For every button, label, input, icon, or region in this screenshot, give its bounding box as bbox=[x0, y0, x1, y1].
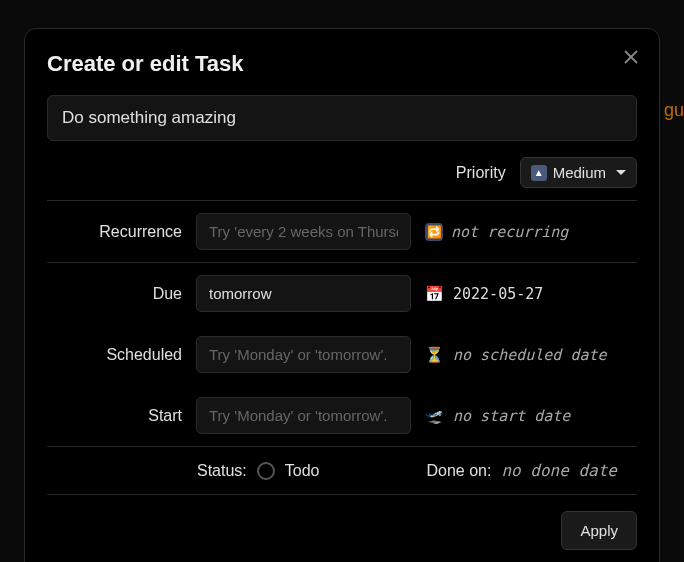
recurrence-hint-text: not recurring bbox=[451, 223, 568, 241]
priority-value: Medium bbox=[553, 164, 606, 181]
task-description-input[interactable] bbox=[47, 95, 637, 141]
scheduled-row: Scheduled ⏳ no scheduled date bbox=[47, 324, 637, 385]
recurrence-row: Recurrence 🔁 not recurring bbox=[47, 201, 637, 262]
status-row: Status: Todo Done on: no done date bbox=[47, 447, 637, 494]
modal-title: Create or edit Task bbox=[47, 51, 637, 77]
due-row: Due 📅 2022-05-27 bbox=[47, 263, 637, 324]
priority-label: Priority bbox=[456, 164, 506, 182]
scheduled-hint: ⏳ no scheduled date bbox=[425, 346, 637, 364]
scheduled-input[interactable] bbox=[196, 336, 411, 373]
recurrence-icon: 🔁 bbox=[425, 223, 443, 241]
priority-row: Priority ▲ Medium bbox=[47, 157, 637, 188]
due-hint-text: 2022-05-27 bbox=[453, 285, 543, 303]
recurrence-label: Recurrence bbox=[47, 223, 182, 241]
start-label: Start bbox=[47, 407, 182, 425]
modal-footer: Apply bbox=[47, 495, 637, 550]
chevron-down-icon bbox=[616, 170, 626, 175]
recurrence-hint: 🔁 not recurring bbox=[425, 223, 637, 241]
apply-button[interactable]: Apply bbox=[561, 511, 637, 550]
recurrence-input[interactable] bbox=[196, 213, 411, 250]
status-value: Todo bbox=[285, 462, 320, 480]
start-hint: 🛫 no start date bbox=[425, 407, 637, 425]
priority-medium-icon: ▲ bbox=[531, 165, 547, 181]
status-radio-todo[interactable] bbox=[257, 462, 275, 480]
airplane-icon: 🛫 bbox=[425, 407, 445, 425]
close-icon bbox=[623, 49, 639, 65]
close-button[interactable] bbox=[619, 45, 643, 69]
status-label: Status: bbox=[197, 462, 247, 480]
scheduled-hint-text: no scheduled date bbox=[453, 346, 607, 364]
calendar-icon: 📅 bbox=[425, 285, 445, 303]
start-input[interactable] bbox=[196, 397, 411, 434]
done-on-value: no done date bbox=[501, 461, 617, 480]
scheduled-label: Scheduled bbox=[47, 346, 182, 364]
due-input[interactable] bbox=[196, 275, 411, 312]
hourglass-icon: ⏳ bbox=[425, 346, 445, 364]
task-modal: Create or edit Task Priority ▲ Medium Re… bbox=[24, 28, 660, 562]
start-row: Start 🛫 no start date bbox=[47, 385, 637, 446]
done-on-label: Done on: bbox=[426, 462, 491, 480]
priority-select[interactable]: ▲ Medium bbox=[520, 157, 637, 188]
due-hint: 📅 2022-05-27 bbox=[425, 285, 637, 303]
start-hint-text: no start date bbox=[453, 407, 570, 425]
due-label: Due bbox=[47, 285, 182, 303]
